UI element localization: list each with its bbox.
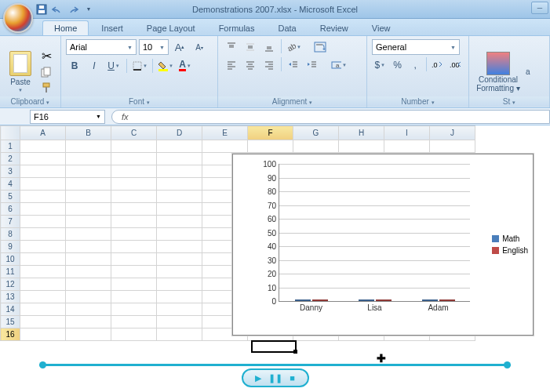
cell[interactable] (66, 241, 111, 253)
cell[interactable] (66, 253, 111, 266)
cell[interactable] (66, 140, 111, 153)
cell[interactable] (111, 228, 157, 241)
cell[interactable] (20, 253, 66, 266)
tab-data[interactable]: Data (267, 21, 307, 35)
cell[interactable] (20, 178, 66, 191)
fill-color-button[interactable]: ▼ (157, 58, 174, 74)
italic-button[interactable]: I (86, 58, 103, 74)
orientation-icon[interactable]: ab▼ (285, 39, 302, 55)
cell[interactable] (66, 291, 111, 303)
undo-icon[interactable] (52, 4, 63, 15)
cut-icon[interactable]: ✂ (39, 50, 53, 63)
cell[interactable] (111, 178, 157, 191)
cell[interactable] (20, 140, 66, 153)
copy-icon[interactable] (39, 66, 53, 78)
cell[interactable] (157, 203, 202, 216)
align-left-icon[interactable] (223, 57, 240, 73)
tab-insert[interactable]: Insert (90, 21, 134, 35)
cell[interactable] (20, 291, 66, 303)
column-header[interactable]: G (293, 126, 339, 140)
minimize-button[interactable]: ─ (531, 2, 548, 14)
cell[interactable] (430, 140, 475, 153)
column-header[interactable]: E (202, 126, 248, 140)
cell[interactable] (157, 291, 202, 303)
row-header[interactable]: 7 (1, 216, 20, 228)
cell[interactable] (157, 328, 202, 341)
paste-button[interactable]: Paste ▼ (5, 39, 36, 104)
align-middle-icon[interactable] (242, 39, 259, 55)
cell[interactable] (111, 191, 157, 203)
cell[interactable] (66, 203, 111, 216)
cell[interactable] (66, 178, 111, 191)
row-header[interactable]: 13 (1, 291, 20, 303)
grow-font-icon[interactable]: A▴ (171, 39, 188, 55)
row-header[interactable]: 9 (1, 241, 20, 253)
cell[interactable] (111, 266, 157, 278)
cell[interactable] (66, 191, 111, 203)
cell[interactable] (66, 328, 111, 341)
row-header[interactable]: 14 (1, 303, 20, 316)
decrease-decimal-icon[interactable]: .00 (448, 57, 464, 73)
row-header[interactable]: 11 (1, 266, 20, 278)
cell[interactable] (20, 266, 66, 278)
row-header[interactable]: 16 (1, 328, 20, 341)
border-button[interactable]: ▼ (131, 58, 148, 74)
cell[interactable] (384, 140, 430, 153)
column-header[interactable]: J (430, 126, 475, 140)
currency-icon[interactable]: $▼ (372, 57, 388, 73)
percent-icon[interactable]: % (389, 57, 405, 73)
column-header[interactable]: C (111, 126, 157, 140)
cell[interactable] (20, 191, 66, 203)
column-header[interactable]: A (20, 126, 66, 140)
format-painter-icon[interactable] (39, 82, 53, 94)
cell[interactable] (111, 316, 157, 328)
cell[interactable] (111, 291, 157, 303)
name-box[interactable]: F16▼ (30, 110, 105, 124)
cell[interactable] (157, 316, 202, 328)
row-header[interactable]: 3 (1, 165, 20, 178)
cell[interactable] (20, 203, 66, 216)
cell[interactable] (157, 153, 202, 165)
tab-home[interactable]: Home (42, 20, 89, 35)
cell[interactable] (111, 165, 157, 178)
cell[interactable] (20, 241, 66, 253)
tab-view[interactable]: View (361, 21, 402, 35)
cell[interactable] (111, 241, 157, 253)
underline-button[interactable]: U▼ (105, 58, 122, 74)
cell[interactable] (66, 303, 111, 316)
save-icon[interactable] (36, 4, 47, 15)
align-bottom-icon[interactable] (260, 39, 278, 55)
office-button[interactable] (3, 3, 33, 33)
cell[interactable] (157, 216, 202, 228)
row-header[interactable]: 1 (1, 140, 20, 153)
cell[interactable] (111, 203, 157, 216)
cell[interactable] (111, 278, 157, 291)
cell[interactable] (20, 228, 66, 241)
cell[interactable] (157, 140, 202, 153)
cell[interactable] (20, 216, 66, 228)
progress-track[interactable] (39, 364, 511, 366)
cell[interactable] (157, 241, 202, 253)
cell[interactable] (66, 278, 111, 291)
cell[interactable] (66, 316, 111, 328)
cell[interactable] (157, 178, 202, 191)
font-name-combo[interactable]: Arial▼ (66, 39, 137, 55)
align-right-icon[interactable] (260, 57, 278, 73)
cell[interactable] (157, 253, 202, 266)
number-format-combo[interactable]: General▼ (372, 39, 460, 55)
play-button[interactable]: ▶ (250, 371, 267, 385)
cell[interactable] (111, 153, 157, 165)
tab-formulas[interactable]: Formulas (208, 21, 266, 35)
formula-input[interactable]: fx (111, 110, 550, 124)
chevron-down-icon[interactable]: ▼ (83, 4, 94, 15)
bold-button[interactable]: B (66, 58, 83, 74)
merge-center-icon[interactable]: a▼ (330, 57, 348, 73)
cell[interactable] (66, 228, 111, 241)
stop-button[interactable]: ■ (284, 371, 301, 385)
cell[interactable] (66, 165, 111, 178)
cell[interactable] (20, 278, 66, 291)
row-header[interactable]: 4 (1, 178, 20, 191)
increase-decimal-icon[interactable]: .0 (430, 57, 446, 73)
row-header[interactable]: 15 (1, 316, 20, 328)
cell[interactable] (157, 228, 202, 241)
